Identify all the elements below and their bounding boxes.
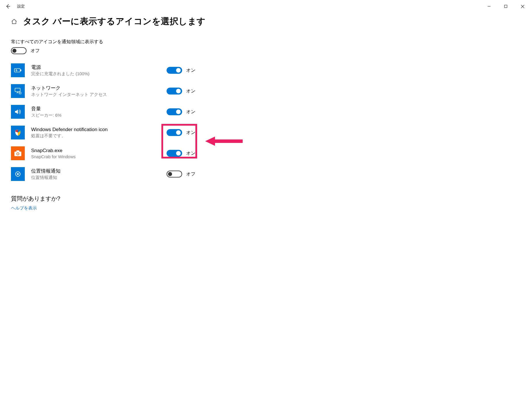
master-toggle-label: 常にすべてのアイコンを通知領域に表示する — [11, 39, 358, 45]
item-text: 電源完全に充電されました (100%) — [31, 64, 167, 77]
toggle-area: オフ — [167, 171, 195, 177]
list-item: 音量スピーカー: 6%オン — [11, 105, 358, 119]
item-toggle-state: オフ — [186, 171, 195, 177]
list-item: Windows Defender notification icon処置は不要で… — [11, 126, 358, 139]
svg-rect-2 — [20, 69, 21, 71]
defender-icon — [11, 126, 25, 139]
svg-rect-0 — [505, 5, 507, 8]
item-text: ネットワークネットワーク インターネット アクセス — [31, 85, 167, 97]
item-text: SnapCrab.exeSnapCrab for Windows — [31, 148, 167, 159]
item-toggle-state: オン — [186, 150, 195, 156]
toggle-area: オン — [167, 67, 195, 74]
item-title: 音量 — [31, 105, 167, 112]
svg-rect-6 — [16, 150, 19, 152]
item-title: Windows Defender notification icon — [31, 127, 167, 133]
item-subtitle: 位置情報通知 — [31, 175, 167, 180]
item-toggle-state: オン — [186, 67, 195, 73]
item-toggle[interactable] — [167, 171, 182, 177]
page-title: タスク バーに表示するアイコンを選択します — [23, 16, 206, 27]
location-icon — [11, 167, 25, 181]
item-text: Windows Defender notification icon処置は不要で… — [31, 127, 167, 139]
icon-list: 電源完全に充電されました (100%)オンネットワークネットワーク インターネッ… — [11, 63, 358, 181]
item-toggle[interactable] — [167, 108, 182, 115]
item-toggle[interactable] — [167, 88, 182, 95]
close-button[interactable] — [514, 0, 531, 13]
window-controls — [481, 0, 531, 13]
minimize-button[interactable] — [481, 0, 497, 13]
maximize-button[interactable] — [497, 0, 514, 13]
item-title: ネットワーク — [31, 85, 167, 91]
svg-rect-3 — [15, 88, 20, 92]
item-toggle[interactable] — [167, 67, 182, 74]
item-toggle[interactable] — [167, 150, 182, 157]
home-icon[interactable] — [11, 18, 17, 25]
item-text: 位置情報通知位置情報通知 — [31, 168, 167, 180]
list-item: 位置情報通知位置情報通知オフ — [11, 167, 358, 181]
item-title: 位置情報通知 — [31, 168, 167, 174]
svg-point-10 — [17, 173, 19, 175]
list-item: 電源完全に充電されました (100%)オン — [11, 63, 358, 77]
item-subtitle: 完全に充電されました (100%) — [31, 71, 167, 77]
help-link[interactable]: ヘルプを表示 — [11, 205, 358, 211]
app-title: 設定 — [15, 4, 25, 9]
battery-icon — [11, 63, 25, 77]
item-subtitle: SnapCrab for Windows — [31, 154, 167, 159]
toggle-area: オン — [167, 150, 195, 157]
titlebar: 設定 — [0, 0, 532, 13]
toggle-area: オン — [167, 108, 195, 115]
svg-rect-4 — [19, 92, 21, 94]
back-button[interactable] — [1, 4, 15, 9]
item-subtitle: ネットワーク インターネット アクセス — [31, 92, 167, 97]
svg-point-8 — [17, 153, 19, 155]
item-toggle-state: オン — [186, 88, 195, 94]
item-subtitle: 処置は不要です。 — [31, 133, 167, 139]
item-toggle-state: オン — [186, 109, 195, 115]
master-toggle-state: オフ — [31, 48, 40, 54]
item-toggle-state: オン — [186, 130, 195, 136]
item-text: 音量スピーカー: 6% — [31, 105, 167, 118]
list-item: SnapCrab.exeSnapCrab for Windowsオン — [11, 146, 358, 160]
item-title: 電源 — [31, 64, 167, 71]
item-title: SnapCrab.exe — [31, 148, 167, 154]
item-subtitle: スピーカー: 6% — [31, 113, 167, 118]
master-toggle[interactable] — [11, 47, 27, 54]
toggle-area: オン — [167, 88, 195, 95]
volume-icon — [11, 105, 25, 119]
list-item: ネットワークネットワーク インターネット アクセスオン — [11, 84, 358, 98]
page-header: タスク バーに表示するアイコンを選択します — [11, 16, 358, 27]
item-toggle[interactable] — [167, 129, 182, 136]
snapcrab-icon — [11, 146, 25, 160]
network-icon — [11, 84, 25, 98]
toggle-area: オン — [167, 129, 195, 136]
help-heading: 質問がありますか? — [11, 195, 358, 203]
